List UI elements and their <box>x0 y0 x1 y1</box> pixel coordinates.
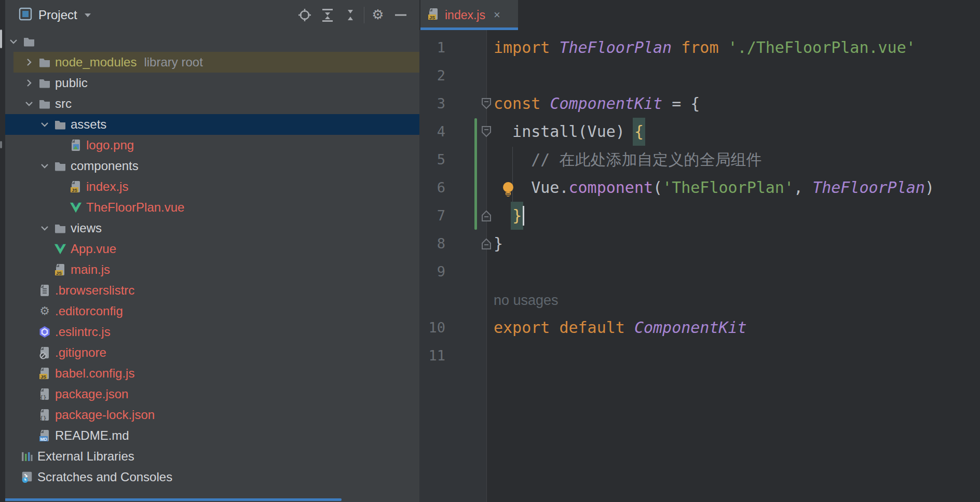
chevron-down-icon[interactable] <box>24 99 34 109</box>
tree-item-public[interactable]: public <box>0 73 419 93</box>
chevron-down-icon[interactable] <box>39 223 50 233</box>
tree-item-thefloorplan-vue[interactable]: TheFloorPlan.vue <box>0 197 419 218</box>
tree-item-views[interactable]: views <box>0 218 419 239</box>
tree-item-app-vue[interactable]: App.vue <box>0 239 419 259</box>
code-text[interactable]: } <box>494 230 503 258</box>
line-number: 11 <box>419 342 445 370</box>
stripe-tick <box>0 30 2 48</box>
tree-item-label: babel.config.js <box>55 363 134 384</box>
tree-item-eslintrc-js[interactable]: .eslintrc.js <box>0 322 419 342</box>
tree-item-editorconfig[interactable]: ⚙.editorconfig <box>0 301 419 322</box>
code-text[interactable]: install(Vue) { <box>494 118 644 146</box>
chevron-down-icon[interactable] <box>39 161 50 171</box>
inlay-hint-line: no usages <box>419 286 980 314</box>
tree-item-babel-config-js[interactable]: JSbabel.config.js <box>0 363 419 384</box>
project-tool-window-header: Project ⚙ <box>0 0 419 30</box>
tree-item-label: .editorconfig <box>55 301 123 322</box>
tree-item-external-libraries[interactable]: External Libraries <box>0 446 419 467</box>
tree-item-label: assets <box>71 114 106 135</box>
tree-item-label: index.js <box>86 176 128 197</box>
chevron-down-icon <box>84 10 92 20</box>
code-token: TheFloorPlan <box>812 178 925 197</box>
tree-item-root[interactable] <box>0 31 419 52</box>
tree-item-gitignore[interactable]: .gitignore <box>0 342 419 363</box>
tool-window-stripe <box>0 0 5 502</box>
folder-icon <box>54 118 66 131</box>
chevron-down-icon[interactable] <box>8 36 19 47</box>
collapse-all-icon[interactable] <box>339 4 362 26</box>
project-view-selector[interactable]: Project <box>19 7 92 23</box>
svg-text:JS: JS <box>40 374 46 380</box>
tab-index-js[interactable]: JS index.js × <box>420 0 518 30</box>
folder-icon <box>54 160 66 172</box>
horizontal-scrollbar[interactable] <box>0 498 342 501</box>
tree-item-label: main.js <box>71 259 110 280</box>
code-line-3: 3const ComponentKit = { <box>419 90 980 118</box>
line-number: 2 <box>419 62 445 90</box>
text-caret <box>523 206 524 226</box>
close-icon[interactable]: × <box>494 9 500 21</box>
tree-item-package-lock-json[interactable]: {}package-lock.json <box>0 405 419 425</box>
vue-icon <box>54 243 66 255</box>
tree-item-browserslistrc[interactable]: .browserslistrc <box>0 280 419 301</box>
code-text[interactable]: } <box>494 202 524 230</box>
tree-item-node-modules[interactable]: node_moduleslibrary root <box>0 52 419 73</box>
code-token: install(Vue) <box>494 122 634 141</box>
fold-marker-open-icon[interactable] <box>481 126 492 138</box>
code-text[interactable]: Vue.component('TheFloorPlan', TheFloorPl… <box>494 174 934 202</box>
tree-item-readme-md[interactable]: MDREADME.md <box>0 425 419 446</box>
tree-item-src[interactable]: src <box>0 93 419 114</box>
code-token: ( <box>653 178 662 197</box>
chevron-down-icon[interactable] <box>39 119 50 130</box>
line-number: 7 <box>419 202 445 230</box>
tree-item-main-js[interactable]: JSmain.js <box>0 259 419 280</box>
tree-item-label: views <box>71 218 102 239</box>
ignore-icon <box>38 346 51 359</box>
folder-icon <box>38 97 51 110</box>
tree-item-logo-png[interactable]: logo.png <box>0 135 419 156</box>
settings-gear-icon[interactable]: ⚙ <box>366 4 389 26</box>
tree-item-label: App.vue <box>71 239 116 259</box>
code-text[interactable]: export default ComponentKit <box>494 314 747 342</box>
code-token <box>550 38 559 57</box>
folder-icon <box>54 222 66 234</box>
panel-title: Project <box>38 8 77 22</box>
locate-icon[interactable] <box>293 4 316 26</box>
code-area: 1import TheFloorPlan from './TheFloorPla… <box>419 30 980 370</box>
code-line-9: 9 <box>419 258 980 286</box>
tree-item-label: Scratches and Consoles <box>37 467 172 487</box>
chevron-right-icon[interactable] <box>24 78 34 88</box>
tree-item-assets[interactable]: assets <box>0 114 419 135</box>
project-tool-window-icon <box>19 7 32 23</box>
code-text[interactable]: // 在此处添加自定义的全局组件 <box>494 146 761 174</box>
intention-bulb-icon[interactable] <box>500 181 516 199</box>
svg-text:⚙: ⚙ <box>372 8 384 22</box>
tree-item-scratches-and-consoles[interactable]: Scratches and Consoles <box>0 467 419 487</box>
code-text[interactable]: const ComponentKit = { <box>494 90 700 118</box>
code-line-8: 8} <box>419 230 980 258</box>
fold-marker-close-icon[interactable] <box>481 238 492 250</box>
tree-item-components[interactable]: components <box>0 156 419 176</box>
scratches-icon <box>21 471 33 483</box>
code-token: const <box>494 94 540 113</box>
code-text[interactable]: import TheFloorPlan from './TheFloorPlan… <box>494 34 916 62</box>
tree-item-package-json[interactable]: {}package.json <box>0 384 419 405</box>
code-line-1: 1import TheFloorPlan from './TheFloorPla… <box>419 34 980 62</box>
line-number: 5 <box>419 146 445 174</box>
fold-marker-close-icon[interactable] <box>481 210 492 222</box>
folder-icon <box>38 56 51 68</box>
code-token: import <box>494 38 550 57</box>
fold-marker-open-icon[interactable] <box>481 97 492 110</box>
toolbar-divider <box>364 7 364 23</box>
code-token: } <box>494 234 503 253</box>
text-file-icon <box>38 284 51 297</box>
tree-item-index-js[interactable]: JSindex.js <box>0 176 419 197</box>
svg-text:{}: {} <box>39 415 46 422</box>
code-text[interactable]: no usages <box>494 286 559 314</box>
expand-all-icon[interactable] <box>316 4 339 26</box>
hide-icon[interactable] <box>389 4 412 26</box>
code-token <box>672 38 681 57</box>
code-token <box>719 38 728 57</box>
chevron-right-icon[interactable] <box>24 57 34 67</box>
code-token: , <box>794 178 812 197</box>
